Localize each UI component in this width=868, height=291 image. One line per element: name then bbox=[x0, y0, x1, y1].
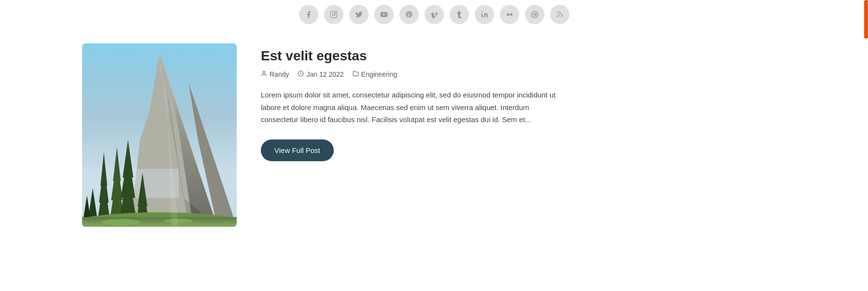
post-author-meta: Randy bbox=[261, 70, 289, 78]
instagram-icon[interactable] bbox=[324, 5, 343, 24]
svg-rect-4 bbox=[481, 14, 483, 17]
twitter-icon[interactable] bbox=[349, 5, 369, 24]
post-category-meta: Engineering bbox=[353, 70, 398, 78]
svg-point-34 bbox=[263, 71, 265, 73]
svg-rect-0 bbox=[330, 11, 337, 17]
scroll-indicator[interactable] bbox=[864, 0, 868, 39]
blog-post-image bbox=[82, 43, 237, 227]
post-author: Randy bbox=[270, 70, 289, 78]
blog-post-content: Est velit egestas Randy J bbox=[261, 43, 560, 161]
main-content: Est velit egestas Randy J bbox=[0, 34, 868, 246]
folder-icon bbox=[353, 70, 359, 78]
svg-point-5 bbox=[481, 11, 483, 13]
svg-point-32 bbox=[164, 219, 193, 223]
dribbble-icon[interactable] bbox=[525, 5, 544, 24]
svg-point-31 bbox=[101, 219, 140, 225]
pinterest-icon[interactable] bbox=[399, 5, 419, 24]
svg-point-7 bbox=[510, 13, 512, 15]
tumblr-icon[interactable] bbox=[450, 5, 469, 24]
post-meta: Randy Jan 12 2022 Engineering bbox=[261, 70, 560, 78]
vimeo-icon[interactable] bbox=[425, 5, 444, 24]
svg-point-2 bbox=[335, 13, 336, 13]
svg-point-1 bbox=[332, 13, 335, 15]
person-icon bbox=[261, 70, 267, 78]
svg-point-6 bbox=[507, 13, 509, 15]
svg-point-9 bbox=[557, 16, 557, 17]
post-date: Jan 12 2022 bbox=[306, 70, 343, 78]
post-excerpt: Lorem ipsum dolor sit amet, consectetur … bbox=[261, 89, 560, 126]
clock-icon bbox=[298, 70, 304, 78]
rss-icon[interactable] bbox=[550, 5, 569, 24]
linkedin-icon[interactable] bbox=[475, 5, 494, 24]
view-full-post-button[interactable]: View Full Post bbox=[261, 139, 334, 161]
post-date-meta: Jan 12 2022 bbox=[298, 70, 343, 78]
youtube-icon[interactable] bbox=[374, 5, 394, 24]
flickr-icon[interactable] bbox=[500, 5, 519, 24]
post-category: Engineering bbox=[361, 70, 398, 78]
post-title: Est velit egestas bbox=[261, 48, 560, 64]
facebook-icon[interactable] bbox=[299, 5, 318, 24]
social-bar bbox=[0, 0, 868, 34]
